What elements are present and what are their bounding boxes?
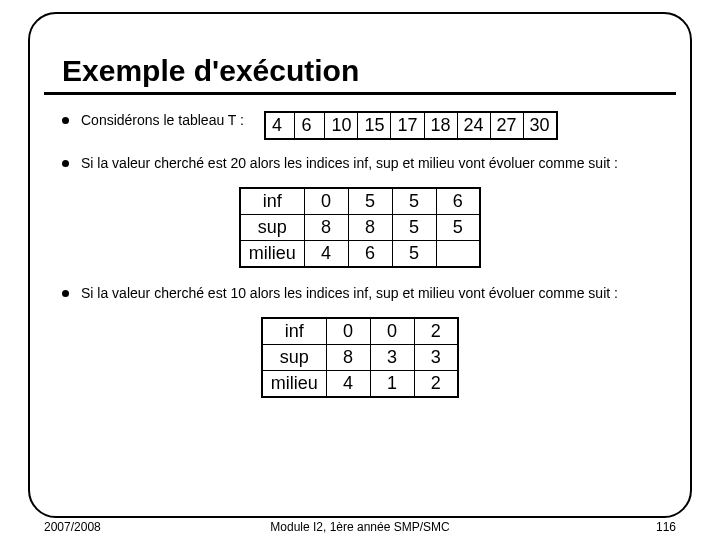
array-cell: 17 — [391, 112, 424, 139]
footer-center: Module I2, 1ère année SMP/SMC — [44, 520, 676, 534]
array-t-table: 4 6 10 15 17 18 24 27 30 — [264, 111, 558, 140]
trace-cell: 5 — [348, 188, 392, 215]
array-cell: 10 — [325, 112, 358, 139]
array-cell: 30 — [523, 112, 557, 139]
slide: Exemple d'exécution Considérons le table… — [0, 0, 720, 540]
bullet-3: Si la valeur cherché est 10 alors les in… — [62, 284, 658, 303]
bullet-3-text: Si la valeur cherché est 10 alors les in… — [81, 284, 618, 303]
array-cell: 24 — [457, 112, 490, 139]
row-label-sup: sup — [240, 214, 304, 240]
array-cell: 15 — [358, 112, 391, 139]
trace-cell: 8 — [304, 214, 348, 240]
trace-cell: 3 — [414, 344, 458, 370]
row-label-sup: sup — [262, 344, 326, 370]
slide-title: Exemple d'exécution — [62, 54, 676, 88]
trace-cell: 5 — [392, 240, 436, 267]
trace-cell: 3 — [370, 344, 414, 370]
trace-cell — [436, 240, 480, 267]
row-label-inf: inf — [240, 188, 304, 215]
bullet-2: Si la valeur cherché est 20 alors les in… — [62, 154, 658, 173]
bullet-icon — [62, 160, 69, 167]
trace-cell: 8 — [348, 214, 392, 240]
trace-20-wrap: inf 0 5 5 6 sup 8 8 5 5 milieu 4 6 — [62, 187, 658, 268]
slide-content: Considérons le tableau T : 4 6 10 15 17 … — [44, 111, 676, 398]
trace-cell: 0 — [370, 318, 414, 345]
bullet-2-text: Si la valeur cherché est 20 alors les in… — [81, 154, 618, 173]
array-cell: 4 — [265, 112, 295, 139]
trace-cell: 4 — [326, 370, 370, 397]
row-label-milieu: milieu — [262, 370, 326, 397]
trace-10-table: inf 0 0 2 sup 8 3 3 milieu 4 1 2 — [261, 317, 459, 398]
bullet-1-text: Considérons le tableau T : — [81, 111, 244, 130]
bullet-icon — [62, 290, 69, 297]
row-label-milieu: milieu — [240, 240, 304, 267]
trace-cell: 2 — [414, 318, 458, 345]
trace-cell: 5 — [436, 214, 480, 240]
bullet-icon — [62, 117, 69, 124]
trace-20-table: inf 0 5 5 6 sup 8 8 5 5 milieu 4 6 — [239, 187, 481, 268]
array-cell: 27 — [490, 112, 523, 139]
trace-cell: 6 — [436, 188, 480, 215]
trace-cell: 5 — [392, 214, 436, 240]
trace-cell: 2 — [414, 370, 458, 397]
trace-10-wrap: inf 0 0 2 sup 8 3 3 milieu 4 1 2 — [62, 317, 658, 398]
trace-cell: 0 — [326, 318, 370, 345]
title-underline — [44, 92, 676, 95]
array-cell: 6 — [295, 112, 325, 139]
bullet-1: Considérons le tableau T : 4 6 10 15 17 … — [62, 111, 658, 140]
trace-cell: 1 — [370, 370, 414, 397]
trace-cell: 0 — [304, 188, 348, 215]
trace-cell: 5 — [392, 188, 436, 215]
slide-footer: 2007/2008 Module I2, 1ère année SMP/SMC … — [44, 520, 676, 534]
trace-cell: 6 — [348, 240, 392, 267]
trace-cell: 8 — [326, 344, 370, 370]
trace-cell: 4 — [304, 240, 348, 267]
row-label-inf: inf — [262, 318, 326, 345]
array-cell: 18 — [424, 112, 457, 139]
